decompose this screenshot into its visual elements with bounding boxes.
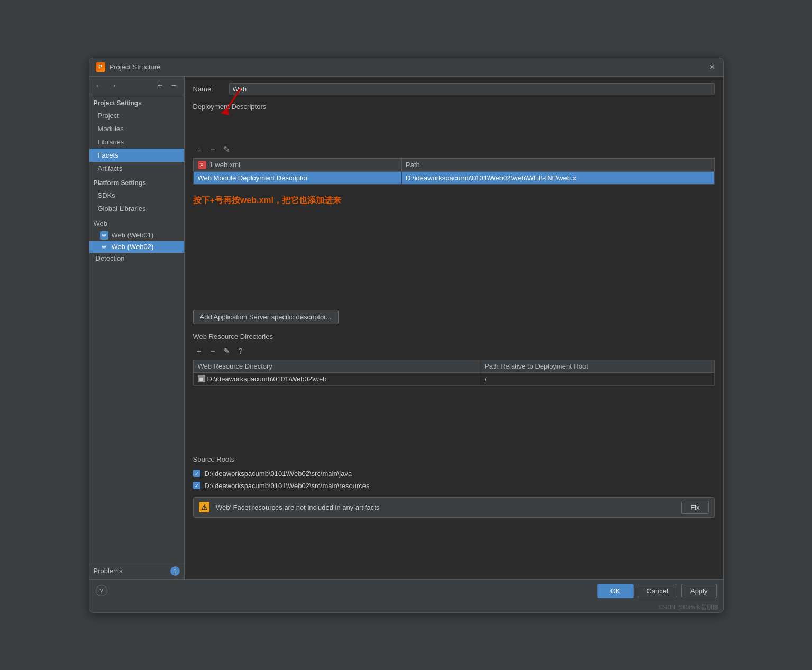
source-root-row-0: ✓ D:\ideaworkspacumb\0101\Web02\src\main… (193, 467, 715, 480)
resource-add-button[interactable]: + (193, 345, 206, 357)
sidebar-add-button[interactable]: + (154, 80, 166, 91)
folder-icon: ■ (198, 375, 205, 382)
dialog-title: Project Structure (110, 63, 161, 71)
warning-text: 'Web' Facet resources are not included i… (215, 503, 677, 511)
dir-cell: ■ D:\ideaworkspacumb\0101\Web02\web (193, 372, 480, 385)
title-bar: P Project Structure × (89, 58, 723, 77)
apply-button[interactable]: Apply (681, 584, 717, 598)
deployment-remove-button[interactable]: − (207, 143, 220, 156)
resource-toolbar: + − ✎ ? (193, 345, 715, 357)
source-root-row-1: ✓ D:\ideaworkspacumb\0101\Web02\src\main… (193, 480, 715, 492)
resource-col1: Web Resource Directory (193, 360, 480, 372)
sidebar-item-modules[interactable]: Modules (89, 122, 184, 135)
deployment-col-file: X 1 web.xml (193, 158, 402, 171)
dialog-body: ← → + − Project Settings Project Modules… (89, 77, 723, 579)
sidebar-item-project[interactable]: Project (89, 109, 184, 122)
add-server-button[interactable]: Add Application Server specific descript… (193, 310, 339, 324)
title-bar-left: P Project Structure (96, 62, 161, 72)
tree-item-web01[interactable]: W Web (Web01) (89, 230, 184, 241)
platform-settings-section: Platform Settings (89, 175, 184, 189)
source-root-checkbox-1[interactable]: ✓ (193, 482, 200, 489)
descriptor-cell: Web Module Deployment Descriptor (193, 171, 402, 184)
web01-icon: W (100, 231, 108, 240)
source-roots-title: Source Roots (193, 455, 715, 463)
annotation-arrow (193, 109, 715, 141)
nav-back-button[interactable]: ← (94, 80, 105, 91)
sidebar-item-sdks[interactable]: SDKs (89, 189, 184, 202)
tree-item-detection[interactable]: Detection (89, 253, 184, 264)
resource-table: Web Resource Directory Path Relative to … (193, 360, 715, 386)
sidebar-remove-button[interactable]: − (168, 80, 180, 91)
project-settings-section: Project Settings (89, 95, 184, 109)
xml-file-icon: X (198, 161, 206, 169)
deployment-toolbar: + − ✎ (193, 143, 715, 156)
web-resource-section-title: Web Resource Directories (193, 333, 715, 341)
deployment-table: X 1 web.xml Path Web Module Deployment D… (193, 158, 715, 185)
resource-edit-button[interactable]: ✎ (221, 345, 233, 357)
ok-button[interactable]: OK (597, 584, 634, 598)
resource-spacer (193, 392, 715, 455)
bottom-bar: ? OK Cancel Apply (89, 579, 723, 602)
resource-col2: Path Relative to Deployment Root (480, 360, 714, 372)
rel-path-cell: / (480, 372, 714, 385)
resource-remove-button[interactable]: − (207, 345, 220, 357)
sidebar: ← → + − Project Settings Project Modules… (89, 77, 185, 579)
problems-badge: 1 (170, 566, 180, 576)
problems-row[interactable]: Problems 1 (89, 563, 184, 579)
path-cell: D:\ideaworkspacumb\0101\Web02\web\WEB-IN… (402, 171, 714, 184)
fix-button[interactable]: Fix (681, 501, 708, 514)
deployment-col-path: Path (402, 158, 714, 171)
table-row[interactable]: Web Module Deployment Descriptor D:\idea… (193, 171, 714, 184)
sidebar-item-artifacts[interactable]: Artifacts (89, 162, 184, 175)
problems-label: Problems (94, 567, 123, 575)
table-row[interactable]: ■ D:\ideaworkspacumb\0101\Web02\web / (193, 372, 714, 385)
sidebar-nav: ← → + − (89, 77, 184, 95)
cancel-button[interactable]: Cancel (638, 584, 677, 598)
tree-group-web: Web (89, 217, 184, 230)
source-root-path-0: D:\ideaworkspacumb\0101\Web02\src\main\j… (205, 470, 352, 478)
deployment-spacer (193, 210, 715, 306)
facet-tree: Web W Web (Web01) W Web (Web02) Detectio… (89, 215, 184, 266)
app-icon: P (96, 62, 105, 72)
nav-forward-button[interactable]: → (107, 80, 119, 91)
annotation-text: 按下+号再按web.xml，把它也添加进来 (193, 191, 715, 210)
deployment-edit-button[interactable]: ✎ (221, 143, 233, 156)
project-structure-dialog: P Project Structure × ← → + − Project Se… (89, 58, 724, 613)
tree-item-web02[interactable]: W Web (Web02) (89, 241, 184, 253)
source-root-checkbox-0[interactable]: ✓ (193, 470, 200, 477)
help-button[interactable]: ? (96, 585, 107, 596)
bottom-right-buttons: OK Cancel Apply (597, 584, 717, 598)
web02-icon: W (100, 243, 108, 251)
watermark: CSDN @Cata卡若朋娜 (89, 602, 723, 612)
sidebar-item-facets[interactable]: Facets (89, 149, 184, 162)
resource-help-button[interactable]: ? (234, 345, 247, 357)
close-button[interactable]: × (708, 63, 717, 71)
deployment-add-button[interactable]: + (193, 143, 206, 156)
main-content: Name: Deployment Descriptors + − ✎ (185, 77, 723, 579)
warning-bar: ⚠ 'Web' Facet resources are not included… (193, 497, 715, 518)
source-root-path-1: D:\ideaworkspacumb\0101\Web02\src\main\r… (205, 482, 370, 490)
sidebar-item-libraries[interactable]: Libraries (89, 135, 184, 149)
sidebar-item-global-libraries[interactable]: Global Libraries (89, 202, 184, 215)
name-input[interactable] (229, 83, 715, 95)
warning-icon: ⚠ (199, 502, 209, 512)
